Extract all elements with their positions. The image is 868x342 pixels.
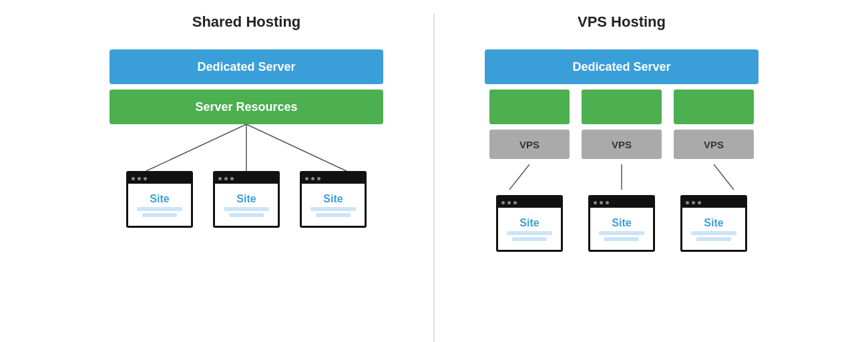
shared-sites-row: Site Site	[126, 171, 367, 228]
dot	[606, 201, 609, 204]
vps-site-3-content: Site	[682, 208, 745, 250]
vps-resource-bar-2	[582, 90, 662, 124]
dot	[686, 201, 689, 204]
shared-dedicated-server-label: Dedicated Server	[197, 60, 295, 74]
vps-site-2-titlebar	[590, 197, 653, 208]
shared-lower: Site Site	[110, 124, 383, 228]
vps-site-1-label: Site	[519, 217, 539, 229]
vps-hosting-diagram: VPS Hosting Dedicated Server VPS	[448, 13, 795, 252]
shared-site-1-content: Site	[128, 184, 191, 226]
site-line	[310, 207, 357, 211]
shared-site-3-label: Site	[323, 193, 343, 205]
dot	[594, 201, 597, 204]
vps-site-1: Site	[496, 195, 563, 252]
vps-resource-bar-3	[674, 90, 754, 124]
shared-hosting-title: Shared Hosting	[192, 13, 301, 31]
shared-site-2: Site	[213, 171, 280, 228]
dot	[513, 201, 517, 204]
shared-site-1: Site	[126, 171, 193, 228]
vps-hosting-title: VPS Hosting	[578, 13, 666, 31]
site-line	[224, 207, 270, 211]
shared-site-3: Site	[300, 171, 367, 228]
site-line-sm	[316, 213, 351, 217]
svg-line-5	[714, 164, 734, 190]
dot	[144, 177, 147, 180]
vps-site-2-content: Site	[590, 208, 653, 250]
vps-line-svg-2	[582, 164, 662, 190]
dot	[224, 177, 228, 180]
vps-site-3-label: Site	[704, 217, 723, 229]
dot	[311, 177, 314, 180]
vps-text-1: VPS	[519, 139, 539, 150]
site-line-sm	[512, 237, 547, 241]
dot	[507, 201, 511, 204]
dot	[230, 177, 234, 180]
vps-site-1-titlebar	[498, 197, 561, 208]
site-line	[137, 207, 183, 211]
dot	[138, 177, 141, 180]
shared-site-2-label: Site	[236, 193, 256, 205]
vps-label-3: VPS	[674, 130, 754, 159]
dot	[501, 201, 505, 204]
vps-label-2: VPS	[582, 130, 662, 159]
shared-site-2-titlebar	[215, 173, 278, 184]
vps-text-2: VPS	[612, 139, 632, 150]
vps-site-3-titlebar	[682, 197, 745, 208]
shared-lines-svg	[110, 124, 383, 171]
shared-resources-bar: Server Resources	[110, 90, 383, 124]
shared-site-3-titlebar	[302, 173, 365, 184]
shared-resources-label: Server Resources	[195, 100, 297, 114]
main-container: Shared Hosting Dedicated Server Server R…	[0, 0, 868, 342]
shared-site-2-content: Site	[215, 184, 278, 226]
dot	[132, 177, 135, 180]
vps-dedicated-server-bar: Dedicated Server	[485, 49, 758, 84]
shared-site-1-titlebar	[128, 173, 191, 184]
vps-col-3: VPS Site	[674, 90, 754, 252]
vps-line-svg-1	[489, 164, 570, 190]
site-line	[507, 231, 553, 235]
shared-dedicated-server-bar: Dedicated Server	[110, 49, 383, 84]
vps-label-1: VPS	[489, 130, 570, 159]
divider	[433, 13, 435, 342]
site-line	[599, 231, 645, 235]
dot	[218, 177, 222, 180]
dot	[305, 177, 308, 180]
vps-col-1: VPS Site	[489, 90, 570, 252]
vps-text-3: VPS	[704, 139, 724, 150]
site-line-sm	[604, 237, 639, 241]
site-line-sm	[229, 213, 264, 217]
dot	[698, 201, 701, 204]
site-line-sm	[696, 237, 731, 241]
vps-line-svg-3	[674, 164, 754, 190]
dot	[692, 201, 695, 204]
dot	[600, 201, 603, 204]
svg-line-3	[509, 164, 529, 190]
shared-site-3-content: Site	[302, 184, 365, 226]
shared-hosting-diagram: Shared Hosting Dedicated Server Server R…	[73, 13, 420, 228]
vps-columns: VPS Site	[489, 90, 754, 252]
svg-line-2	[246, 124, 347, 171]
vps-site-2-label: Site	[612, 217, 631, 229]
dot	[317, 177, 320, 180]
vps-dedicated-server-label: Dedicated Server	[572, 60, 670, 74]
svg-line-0	[146, 124, 246, 171]
site-line	[691, 231, 737, 235]
vps-site-3: Site	[680, 195, 747, 252]
vps-resource-bar-1	[489, 90, 570, 124]
vps-site-2: Site	[588, 195, 655, 252]
site-line-sm	[142, 213, 177, 217]
vps-col-2: VPS Site	[582, 90, 662, 252]
shared-site-1-label: Site	[150, 193, 169, 205]
vps-site-1-content: Site	[498, 208, 561, 250]
